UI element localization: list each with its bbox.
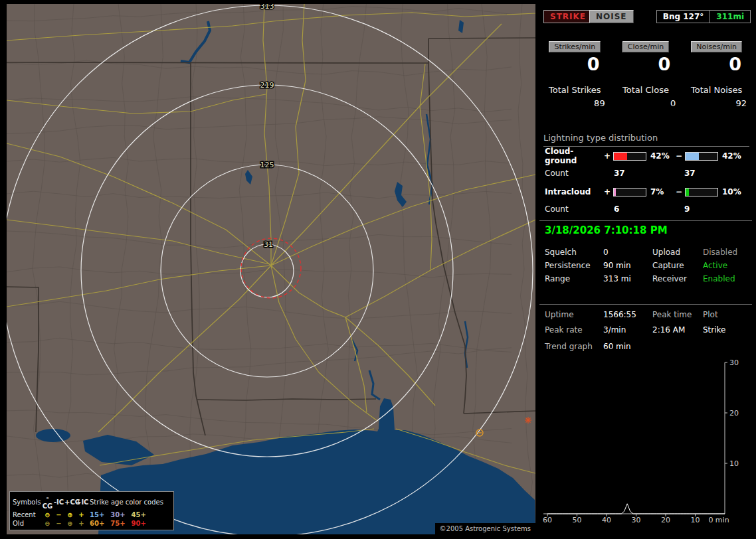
minus-sign: −	[675, 151, 683, 161]
noise-mode-button[interactable]: NOISE	[589, 10, 634, 23]
cg-count-row: Count 37 37	[539, 169, 752, 178]
distribution-title: Lightning type distribution	[543, 133, 749, 147]
uptime-value: 1566:55	[603, 310, 652, 319]
total-close-value: 0	[611, 98, 682, 108]
peak-time-label: Peak time	[652, 310, 703, 319]
status-panel: STRIKE NOISE Bng 127° 311mi Strikes/min …	[539, 4, 752, 535]
strikes-per-min-label: Strikes/min	[549, 41, 601, 52]
svg-text:10: 10	[729, 459, 739, 468]
trend-header: Trend graph 60 min	[539, 340, 752, 353]
total-strikes-value: 89	[539, 98, 611, 108]
svg-text:30: 30	[729, 358, 739, 367]
capture-label: Capture	[652, 261, 703, 270]
symbol-pos-cg-recent: ⊕	[64, 510, 76, 519]
trend-window-value: 60 min	[603, 342, 652, 351]
range-label: Range	[545, 274, 603, 283]
minus-sign: −	[675, 187, 683, 196]
capture-status: Active	[703, 261, 752, 270]
cg-negative-pct: 42%	[720, 151, 747, 161]
ic-positive-bar	[613, 188, 646, 196]
upload-label: Upload	[652, 248, 703, 257]
status-table: Squelch 0 Upload Disabled Persistence 90…	[539, 246, 752, 285]
ic-positive-count: 6	[614, 204, 684, 214]
peak-rate-label: Peak rate	[545, 325, 603, 335]
noises-per-min-value: 0	[681, 54, 752, 74]
svg-text:20: 20	[661, 516, 670, 524]
intracloud-label: Intracloud	[545, 187, 603, 196]
receiver-status: Enabled	[703, 274, 752, 283]
map-view[interactable]: 313 219 125 31 Symbols -CG -IC +CG +IC S…	[7, 4, 535, 534]
squelch-label: Squelch	[545, 248, 603, 257]
plus-sign: +	[603, 151, 611, 161]
legend-col-header: -IC	[53, 498, 64, 506]
plot-label: Plot	[703, 310, 752, 319]
cg-negative-bar	[685, 152, 718, 161]
peak-time-value: 2:16 AM	[652, 325, 703, 335]
svg-text:10: 10	[691, 516, 700, 524]
close-per-min-label: Close/min	[622, 41, 669, 52]
trend-graph-label: Trend graph	[545, 342, 603, 351]
cg-positive-pct: 42%	[648, 151, 675, 161]
symbol-pos-ic-old: +	[76, 519, 87, 528]
legend-recent-label: Recent	[13, 510, 42, 519]
ring-label-125: 125	[260, 161, 274, 169]
ic-positive-pct: 7%	[648, 187, 675, 196]
noises-per-min-label: Noises/min	[691, 41, 742, 52]
receiver-label: Receiver	[652, 274, 703, 283]
section-divider	[539, 304, 752, 305]
intracloud-row: Intracloud + 7% − 10%	[545, 187, 747, 196]
svg-text:40: 40	[602, 516, 611, 524]
ring-label-219: 219	[260, 81, 274, 90]
copyright-text: ©2005 Astrogenic Systems	[435, 523, 535, 534]
symbol-neg-ic-recent: −	[53, 510, 64, 519]
upload-status: Disabled	[703, 248, 752, 257]
ic-negative-count: 9	[684, 204, 752, 214]
plus-sign: +	[603, 187, 611, 196]
count-label: Count	[545, 204, 614, 214]
info-table: Uptime 1566:55 Peak time Plot Peak rate …	[539, 307, 752, 337]
legend-col-header: +IC	[76, 498, 87, 506]
total-strikes-label: Total Strikes	[539, 85, 611, 95]
legend-age-title: Strike age color codes	[87, 498, 171, 506]
age-code: 75+	[110, 519, 125, 528]
bearing-range-display: Bng 127° 311mi	[656, 10, 751, 23]
ring-label-31: 31	[264, 240, 273, 249]
legend-col-header: -CG	[42, 493, 53, 510]
app-window: 313 219 125 31 Symbols -CG -IC +CG +IC S…	[0, 0, 756, 539]
total-close-label: Total Close	[611, 85, 682, 95]
svg-text:20: 20	[729, 409, 739, 418]
peak-rate-value: 3/min	[603, 325, 652, 335]
persistence-value: 90 min	[603, 261, 652, 270]
svg-text:0 min: 0 min	[708, 516, 729, 524]
age-code: 15+	[90, 510, 104, 519]
legend-col-header: +CG	[64, 498, 76, 506]
svg-text:50: 50	[573, 516, 582, 524]
radar-map: 313 219 125 31	[7, 4, 535, 534]
ring-label-313: 313	[260, 4, 274, 11]
age-code: 30+	[110, 510, 125, 519]
symbol-neg-cg-old: ⊖	[42, 519, 53, 528]
svg-text:60: 60	[543, 516, 552, 524]
cloud-ground-row: Cloud-ground + 42% − 42%	[545, 151, 747, 161]
legend-old-label: Old	[13, 519, 42, 528]
count-label: Count	[545, 169, 614, 178]
ic-negative-pct: 10%	[720, 187, 747, 196]
age-code: 45+	[132, 510, 146, 519]
persistence-label: Persistence	[545, 261, 603, 270]
age-code: 90+	[132, 519, 146, 528]
symbol-pos-cg-old: ⊕	[64, 519, 76, 528]
ic-negative-bar	[685, 188, 718, 196]
symbol-neg-cg-recent: ⊖	[42, 510, 53, 519]
total-noises-value: 92	[681, 98, 752, 108]
uptime-label: Uptime	[545, 310, 603, 319]
plot-mode-value: Strike	[703, 325, 752, 335]
trend-chart: 6050403020100 min102030	[541, 354, 749, 530]
range-value: 313 mi	[603, 274, 652, 283]
strike-mode-button[interactable]: STRIKE	[543, 10, 593, 23]
timestamp: 3/18/2026 7:10:18 PM	[545, 224, 668, 236]
age-code: 60+	[90, 519, 104, 528]
cg-positive-bar	[613, 152, 646, 161]
ic-count-row: Count 6 9	[539, 204, 752, 214]
close-per-min-value: 0	[611, 54, 682, 74]
bearing-value: Bng 127°	[657, 11, 711, 23]
